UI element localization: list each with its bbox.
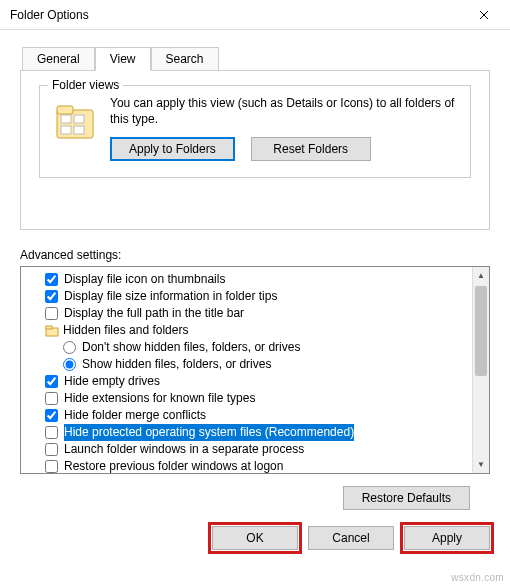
advanced-item[interactable]: Restore previous folder windows at logon — [27, 458, 469, 474]
checkbox[interactable] — [45, 460, 58, 473]
advanced-item-label: Hide folder merge conflicts — [64, 407, 206, 424]
advanced-item[interactable]: Hide protected operating system files (R… — [27, 424, 469, 441]
folder-views-description: You can apply this view (such as Details… — [110, 96, 456, 127]
checkbox[interactable] — [45, 426, 58, 439]
advanced-item[interactable]: Hide folder merge conflicts — [27, 407, 469, 424]
advanced-settings-label: Advanced settings: — [20, 248, 490, 262]
advanced-settings: Advanced settings: Display file icon on … — [20, 248, 490, 510]
checkbox[interactable] — [45, 375, 58, 388]
svg-rect-1 — [57, 106, 73, 114]
folder-views-fieldset: Folder views You can apply this view (su… — [39, 85, 471, 178]
close-button[interactable] — [461, 1, 506, 29]
advanced-item-label: Don't show hidden files, folders, or dri… — [82, 339, 300, 356]
advanced-item[interactable]: Hide empty drives — [27, 373, 469, 390]
folder-views-legend: Folder views — [48, 78, 123, 92]
ok-button[interactable]: OK — [212, 526, 298, 550]
svg-rect-3 — [74, 115, 84, 123]
tab-search[interactable]: Search — [151, 47, 219, 71]
advanced-item[interactable]: Display file size information in folder … — [27, 288, 469, 305]
advanced-item-label: Hide extensions for known file types — [64, 390, 255, 407]
apply-button[interactable]: Apply — [404, 526, 490, 550]
advanced-item[interactable]: Hide extensions for known file types — [27, 390, 469, 407]
advanced-item-label: Hide empty drives — [64, 373, 160, 390]
tab-view[interactable]: View — [95, 47, 151, 71]
restore-defaults-button[interactable]: Restore Defaults — [343, 486, 470, 510]
dialog-buttons: OK Cancel Apply — [0, 516, 510, 550]
svg-rect-5 — [74, 126, 84, 134]
reset-folders-button[interactable]: Reset Folders — [251, 137, 371, 161]
advanced-item[interactable]: Display file icon on thumbnails — [27, 271, 469, 288]
svg-rect-4 — [61, 126, 71, 134]
checkbox[interactable] — [45, 409, 58, 422]
advanced-item[interactable]: Don't show hidden files, folders, or dri… — [27, 339, 469, 356]
advanced-item-label: Restore previous folder windows at logon — [64, 458, 283, 474]
title-bar: Folder Options — [0, 0, 510, 30]
cancel-button[interactable]: Cancel — [308, 526, 394, 550]
svg-rect-7 — [46, 326, 52, 329]
advanced-item-label: Display file size information in folder … — [64, 288, 277, 305]
checkbox[interactable] — [45, 443, 58, 456]
window-title: Folder Options — [10, 8, 461, 22]
tabs-container: General View Search Folder views You can… — [20, 46, 490, 230]
advanced-item[interactable]: Show hidden files, folders, or drives — [27, 356, 469, 373]
close-icon — [479, 10, 489, 20]
scroll-track[interactable] — [473, 284, 489, 456]
checkbox[interactable] — [45, 290, 58, 303]
advanced-item-label: Hide protected operating system files (R… — [64, 424, 354, 441]
folder-views-icon — [54, 100, 96, 142]
apply-to-folders-button[interactable]: Apply to Folders — [110, 137, 235, 161]
tab-general[interactable]: General — [22, 47, 95, 71]
advanced-item-label: Display file icon on thumbnails — [64, 271, 225, 288]
radio[interactable] — [63, 358, 76, 371]
checkbox[interactable] — [45, 392, 58, 405]
advanced-settings-list[interactable]: Display file icon on thumbnailsDisplay f… — [20, 266, 490, 474]
folder-icon — [45, 324, 59, 338]
scroll-thumb[interactable] — [475, 286, 487, 376]
advanced-item[interactable]: Launch folder windows in a separate proc… — [27, 441, 469, 458]
advanced-item[interactable]: Display the full path in the title bar — [27, 305, 469, 322]
advanced-item-label: Display the full path in the title bar — [64, 305, 244, 322]
checkbox[interactable] — [45, 307, 58, 320]
tab-strip: General View Search — [22, 46, 490, 70]
svg-rect-2 — [61, 115, 71, 123]
radio[interactable] — [63, 341, 76, 354]
scrollbar[interactable]: ▲ ▼ — [472, 267, 489, 473]
advanced-item[interactable]: Hidden files and folders — [27, 322, 469, 339]
tab-panel-view: Folder views You can apply this view (su… — [20, 70, 490, 230]
watermark: wsxdn.com — [451, 572, 504, 583]
advanced-item-label: Launch folder windows in a separate proc… — [64, 441, 304, 458]
scroll-up-arrow-icon[interactable]: ▲ — [473, 267, 489, 284]
scroll-down-arrow-icon[interactable]: ▼ — [473, 456, 489, 473]
advanced-item-label: Hidden files and folders — [63, 322, 188, 339]
checkbox[interactable] — [45, 273, 58, 286]
advanced-item-label: Show hidden files, folders, or drives — [82, 356, 271, 373]
